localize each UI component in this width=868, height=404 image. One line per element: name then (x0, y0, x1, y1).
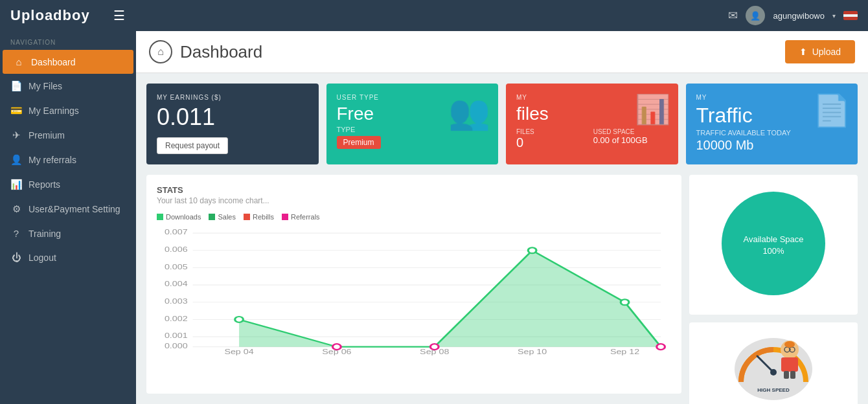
training-icon: ? (10, 228, 22, 239)
sidebar-item-label: My Earnings (29, 106, 79, 116)
traffic-sub-value: 10000 Mb (696, 138, 848, 153)
cards-row: MY EARNINGS ($) 0.011 Request payout 👥 U… (136, 73, 868, 175)
svg-rect-42 (784, 371, 789, 379)
chart-legend: Downloads Sales Rebills Referrals (157, 213, 671, 221)
files-count-section: FILES 0 (516, 128, 591, 150)
promo-illustration: HIGH SPEED (728, 330, 819, 401)
user-type-card-label: USER TYPE (337, 94, 488, 101)
svg-text:Available Space: Available Space (744, 234, 804, 244)
svg-point-22 (235, 317, 244, 322)
referrals-icon: 👤 (10, 154, 22, 166)
svg-rect-36 (781, 357, 798, 372)
legend-rebills: Rebills (244, 213, 274, 221)
files-card: 📊 MY files FILES 0 USED SPACE 0.00 of 10… (506, 84, 678, 164)
sidebar-item-logout[interactable]: ⏻ Logout (0, 245, 136, 269)
upload-icon: ⬆ (799, 47, 807, 57)
page-header-icon: ⌂ (149, 40, 172, 63)
files-icon: 📄 (10, 80, 22, 92)
files-card-my-label: MY (516, 94, 668, 101)
right-panels: Available Space 100% (689, 175, 858, 394)
svg-text:Sep 10: Sep 10 (518, 348, 547, 355)
sidebar-item-label: My referrals (29, 155, 76, 165)
svg-point-23 (333, 344, 341, 350)
user-type-sub-label: TYPE (337, 126, 488, 133)
pie-panel: Available Space 100% (689, 175, 858, 315)
promo-svg: HIGH SPEED (728, 330, 819, 401)
page-header: ⌂ Dashboard ⬆ Upload (136, 31, 868, 73)
svg-text:0.001: 0.001 (165, 332, 188, 339)
main-content: ⌂ Dashboard ⬆ Upload MY EARNINGS ($) 0.0… (136, 31, 868, 404)
pie-chart: Available Space 100% (715, 185, 832, 302)
sidebar: NAVIGATION ⌂ Dashboard 📄 My Files 💳 My E… (0, 31, 136, 404)
user-menu-chevron-icon[interactable]: ▾ (832, 12, 836, 19)
legend-referrals-dot (282, 214, 288, 220)
svg-text:0.005: 0.005 (165, 264, 188, 271)
sidebar-item-reports[interactable]: 📊 Reports (0, 172, 136, 197)
sidebar-item-training[interactable]: ? Training (0, 221, 136, 245)
hamburger-icon[interactable]: ☰ (113, 8, 125, 23)
premium-icon: ✈ (10, 129, 22, 141)
home-icon: ⌂ (13, 56, 25, 67)
sidebar-item-my-earnings[interactable]: 💳 My Earnings (0, 98, 136, 123)
traffic-card-my-label: MY (696, 94, 848, 101)
username[interactable]: agungwibowo (773, 11, 825, 21)
legend-rebills-label: Rebills (253, 213, 274, 221)
premium-badge[interactable]: Premium (337, 136, 381, 149)
page-title: Dashboard (180, 42, 262, 62)
logo: Uploadboy (10, 7, 90, 24)
svg-point-26 (621, 299, 629, 305)
avatar: 👤 (746, 6, 765, 25)
content-area: STATS Your last 10 days income chart... … (136, 175, 868, 404)
stats-title: STATS (157, 185, 671, 195)
files-card-grid: FILES 0 USED SPACE 0.00 of 100GB (516, 128, 668, 150)
svg-text:100%: 100% (762, 246, 784, 256)
earnings-icon: 💳 (10, 105, 22, 117)
sidebar-item-user-payment-setting[interactable]: ⚙ User&Payment Setting (0, 197, 136, 221)
legend-downloads: Downloads (157, 213, 201, 221)
svg-text:Sep 12: Sep 12 (610, 348, 639, 355)
layout: NAVIGATION ⌂ Dashboard 📄 My Files 💳 My E… (0, 31, 868, 404)
flag-icon (843, 11, 858, 20)
files-label: FILES (516, 128, 591, 135)
used-space-section: USED SPACE 0.00 of 100GB (593, 128, 668, 150)
request-payout-button[interactable]: Request payout (157, 137, 228, 154)
svg-text:HIGH SPEED: HIGH SPEED (757, 387, 790, 393)
files-count: 0 (516, 135, 591, 150)
svg-rect-43 (790, 371, 795, 379)
earnings-card: MY EARNINGS ($) 0.011 Request payout (146, 84, 319, 164)
svg-text:0.007: 0.007 (165, 229, 188, 236)
earnings-card-value: 0.011 (157, 104, 308, 131)
legend-downloads-dot (157, 214, 163, 220)
earnings-card-label: MY EARNINGS ($) (157, 94, 308, 101)
sidebar-item-label: My Files (29, 81, 62, 91)
upload-button-label: Upload (812, 47, 841, 57)
svg-text:0.000: 0.000 (165, 342, 188, 350)
legend-sales-label: Sales (218, 213, 236, 221)
svg-point-33 (770, 369, 777, 376)
upload-button[interactable]: ⬆ Upload (785, 40, 855, 63)
stats-subtitle: Your last 10 days income chart... (157, 196, 671, 205)
sidebar-item-label: Reports (29, 179, 60, 190)
topnav-right: ✉ 👤 agungwibowo ▾ (728, 6, 858, 25)
svg-text:0.002: 0.002 (165, 315, 188, 322)
reports-icon: 📊 (10, 179, 22, 190)
svg-point-27 (657, 344, 665, 350)
sidebar-item-premium[interactable]: ✈ Premium (0, 123, 136, 148)
pie-container: Available Space 100% (715, 185, 832, 304)
legend-downloads-label: Downloads (166, 213, 201, 221)
sidebar-item-dashboard[interactable]: ⌂ Dashboard (3, 50, 133, 74)
svg-point-41 (784, 341, 795, 348)
space-label: USED SPACE (593, 128, 668, 135)
page-header-left: ⌂ Dashboard (149, 40, 262, 63)
legend-sales: Sales (209, 213, 236, 221)
logout-icon: ⏻ (10, 252, 22, 263)
promo-panel: HIGH SPEED (689, 322, 858, 404)
traffic-sub-label: TRAFFIC AVAILABLE TODAY (696, 129, 848, 137)
svg-point-25 (528, 247, 536, 253)
sidebar-item-my-referrals[interactable]: 👤 My referrals (0, 148, 136, 172)
mail-icon[interactable]: ✉ (728, 8, 738, 23)
legend-rebills-dot (244, 214, 250, 220)
traffic-card: 📄 MY Traffic TRAFFIC AVAILABLE TODAY 100… (686, 84, 858, 164)
sidebar-item-my-files[interactable]: 📄 My Files (0, 74, 136, 98)
settings-icon: ⚙ (10, 203, 22, 215)
